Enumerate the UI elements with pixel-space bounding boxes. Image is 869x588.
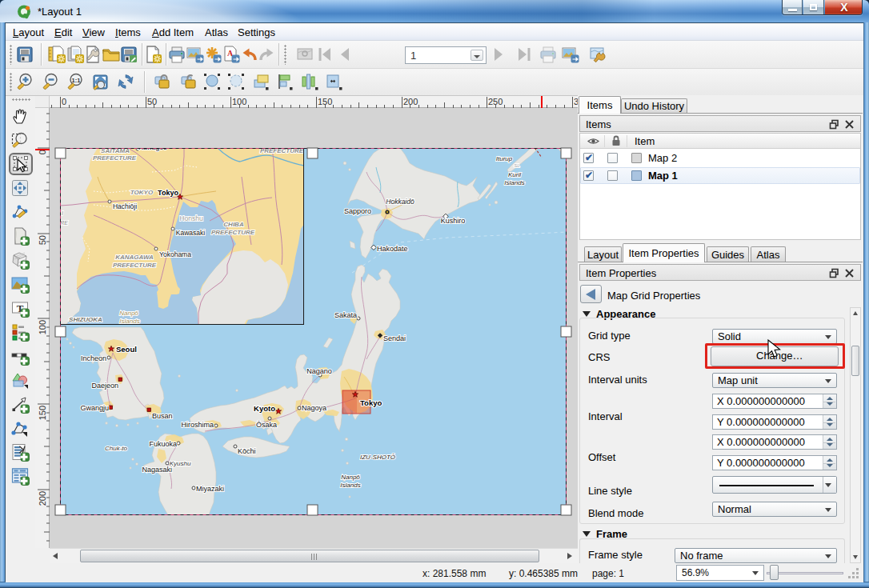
svg-text:PREFECTURE: PREFECTURE xyxy=(260,148,304,154)
svg-text:Nagoya: Nagoya xyxy=(302,404,326,412)
svg-text:50: 50 xyxy=(38,235,47,245)
svg-text:Kyushu: Kyushu xyxy=(170,460,191,467)
svg-text:Miyazaki: Miyazaki xyxy=(196,485,224,493)
svg-text:Tokyo: Tokyo xyxy=(158,189,178,197)
svg-text:Daejeon: Daejeon xyxy=(91,382,118,390)
svg-text:Tokyo: Tokyo xyxy=(360,398,382,407)
svg-text:RE: RE xyxy=(60,220,68,226)
svg-text:Seoul: Seoul xyxy=(116,345,137,354)
svg-text:Busan: Busan xyxy=(152,412,173,420)
svg-text:TOKYO: TOKYO xyxy=(130,189,154,196)
svg-text:Kawasaki: Kawasaki xyxy=(176,229,205,237)
svg-text:Nagano: Nagano xyxy=(306,367,332,375)
svg-text:Nagasaki: Nagasaki xyxy=(142,466,172,474)
svg-text:Kuril: Kuril xyxy=(508,171,521,178)
svg-text:SL: SL xyxy=(514,163,519,168)
svg-text:Hokkaidō: Hokkaidō xyxy=(386,198,414,206)
svg-text:Incheon: Incheon xyxy=(81,354,106,362)
svg-text:Kōchi: Kōchi xyxy=(238,447,256,455)
svg-text:Hakodate: Hakodate xyxy=(377,245,408,253)
svg-text:Chuk-to: Chuk-to xyxy=(105,445,128,452)
svg-text:Sakata: Sakata xyxy=(334,311,357,319)
svg-text:Sendai: Sendai xyxy=(383,334,406,342)
svg-text:Islands: Islands xyxy=(340,482,360,489)
svg-text:Hachiōji: Hachiōji xyxy=(113,202,137,210)
svg-text:Gwangju: Gwangju xyxy=(80,404,109,412)
svg-text:150: 150 xyxy=(38,406,47,420)
svg-text:I: I xyxy=(62,210,63,216)
svg-text:Kushiro: Kushiro xyxy=(441,217,466,225)
svg-text:PREFECTURE: PREFECTURE xyxy=(113,262,157,269)
svg-text:Islands: Islands xyxy=(504,179,524,186)
svg-text:IZU-SHOTŌ: IZU-SHOTŌ xyxy=(360,454,395,461)
svg-text:PREFECTURE: PREFECTURE xyxy=(93,154,137,162)
svg-text:Honshu: Honshu xyxy=(179,214,203,222)
svg-text:Iturup: Iturup xyxy=(496,155,513,162)
svg-text:1:1: 1:1 xyxy=(72,77,81,84)
svg-text:Islands: Islands xyxy=(119,318,139,325)
svg-text:Yokohama: Yokohama xyxy=(159,250,191,258)
svg-text:Nanpō: Nanpō xyxy=(341,474,360,481)
svg-text:PREFECTURE: PREFECTURE xyxy=(211,229,255,236)
svg-text:200: 200 xyxy=(38,491,47,506)
svg-text:Ōsaka: Ōsaka xyxy=(256,421,277,429)
svg-text:SAITAMA: SAITAMA xyxy=(101,148,130,154)
svg-text:SHIZUOKA: SHIZUOKA xyxy=(69,316,102,323)
svg-text:100: 100 xyxy=(38,320,47,334)
svg-text:CHIBA: CHIBA xyxy=(223,221,244,228)
svg-text:Kyoto: Kyoto xyxy=(254,404,275,413)
svg-text:Fukuoka: Fukuoka xyxy=(149,440,177,448)
svg-text:Nanpō: Nanpō xyxy=(119,310,138,317)
svg-text:KANAGAWA: KANAGAWA xyxy=(115,254,154,261)
svg-text:Sapporo: Sapporo xyxy=(344,207,371,215)
svg-text:Hiroshima: Hiroshima xyxy=(181,421,214,429)
